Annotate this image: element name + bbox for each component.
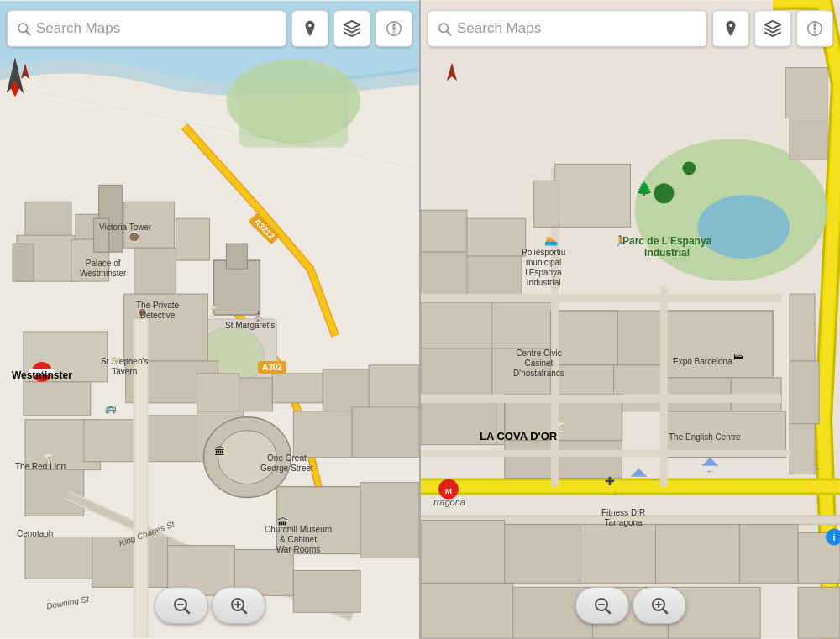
tree-icon: 🌲 [636, 181, 653, 196]
location-btn-right[interactable] [712, 10, 749, 47]
svg-rect-100 [655, 525, 739, 584]
svg-rect-79 [467, 218, 526, 256]
svg-point-48 [129, 232, 139, 242]
svg-line-60 [242, 609, 246, 613]
svg-rect-14 [176, 218, 210, 260]
svg-rect-36 [360, 483, 419, 558]
svg-rect-21 [197, 374, 239, 411]
bus-icon: 🚌 [105, 403, 117, 414]
svg-rect-41 [293, 570, 360, 612]
svg-rect-112 [534, 181, 559, 227]
svg-rect-97 [421, 521, 505, 584]
bar-icon-la-cova: 🍸 [555, 422, 568, 433]
svg-rect-11 [94, 218, 109, 252]
svg-rect-91 [664, 311, 773, 378]
svg-rect-81 [421, 302, 496, 348]
svg-rect-74 [790, 424, 815, 474]
bar-icon-detective: 🍸 [207, 306, 218, 317]
svg-rect-99 [580, 525, 656, 584]
left-search-input-wrap[interactable]: Search Maps [7, 10, 286, 47]
zoom-out-icon [172, 596, 191, 615]
svg-rect-111 [555, 164, 631, 227]
search-icon-right [437, 21, 452, 36]
svg-rect-24 [323, 369, 369, 411]
right-search-bar: Search Maps [428, 7, 833, 50]
building-icon: 🏛 [214, 445, 225, 458]
svg-rect-23 [272, 374, 323, 403]
svg-marker-55 [21, 64, 29, 79]
zoom-in-btn-right[interactable] [633, 587, 686, 624]
svg-text:✚: ✚ [605, 474, 615, 488]
svg-rect-27 [25, 470, 84, 516]
road-badge-a302: A302 [258, 361, 286, 374]
location-btn-left[interactable] [291, 10, 328, 47]
svg-rect-88 [618, 311, 664, 365]
svg-text:LU: LU [38, 370, 45, 376]
svg-rect-87 [551, 311, 618, 365]
svg-rect-33 [293, 411, 352, 458]
svg-rect-37 [25, 537, 92, 579]
svg-rect-82 [421, 348, 492, 399]
svg-rect-76 [798, 587, 840, 638]
svg-marker-127 [447, 63, 457, 81]
layers-icon-right [764, 19, 782, 38]
svg-text:←: ← [706, 465, 716, 477]
svg-text:↓: ↓ [614, 488, 618, 497]
svg-text:←: ← [815, 463, 825, 474]
layers-btn-right[interactable] [754, 10, 791, 47]
zoom-in-icon [229, 596, 248, 615]
compass-btn-left[interactable] [375, 10, 412, 47]
svg-rect-16 [226, 244, 247, 269]
right-map-panel: M ✚ ← ← ← ↓ i Search Maps [420, 0, 840, 639]
svg-text:←: ← [651, 474, 661, 485]
park-person-icon: 🏃 [614, 235, 627, 247]
location-icon [301, 19, 319, 38]
left-zoom-controls [155, 587, 265, 624]
svg-point-68 [682, 161, 696, 175]
svg-rect-83 [492, 302, 555, 348]
layers-btn-left[interactable] [333, 10, 370, 47]
museum-icon: 🏛 [277, 516, 288, 529]
compass-arrow-left [13, 60, 37, 87]
sports-icon: 🏊 [544, 233, 558, 246]
right-map-canvas: M ✚ ← ← ← ↓ i [421, 0, 840, 639]
svg-point-67 [654, 183, 674, 203]
zoom-out-icon-right [593, 596, 612, 615]
right-search-input-wrap[interactable]: Search Maps [428, 10, 707, 47]
layers-icon [343, 19, 361, 38]
svg-rect-34 [352, 407, 419, 458]
compass-btn-right[interactable] [796, 10, 833, 47]
search-placeholder: Search Maps [36, 20, 120, 37]
svg-line-129 [447, 31, 451, 35]
svg-rect-28 [84, 420, 134, 462]
svg-point-53 [392, 27, 396, 30]
svg-rect-101 [739, 525, 798, 584]
location-icon-right [722, 19, 740, 38]
bar-icon-st-stephens: 🍸 [109, 357, 122, 369]
svg-rect-5 [25, 202, 71, 235]
left-map-panel: LU Search Maps [0, 0, 420, 639]
left-search-bar: Search Maps [7, 7, 412, 50]
svg-rect-35 [276, 487, 360, 554]
svg-rect-70 [785, 68, 827, 118]
svg-text:i: i [832, 532, 835, 542]
svg-rect-102 [421, 583, 513, 638]
svg-rect-22 [239, 378, 272, 411]
svg-line-133 [606, 609, 610, 613]
svg-point-66 [697, 195, 790, 259]
right-zoom-controls [575, 587, 686, 624]
svg-rect-72 [790, 294, 815, 361]
compass-icon-right [806, 19, 824, 38]
search-icon [16, 21, 31, 36]
svg-rect-85 [421, 399, 496, 445]
compass-arrow-right [439, 60, 465, 89]
svg-line-136 [663, 609, 667, 613]
svg-point-131 [813, 27, 816, 30]
svg-rect-71 [790, 118, 827, 160]
zoom-out-btn-left[interactable] [155, 587, 208, 624]
church-icon: ⛪ [252, 311, 265, 322]
zoom-out-btn-right[interactable] [575, 587, 629, 624]
zoom-in-btn-left[interactable] [212, 587, 265, 624]
svg-point-49 [139, 308, 147, 317]
svg-rect-77 [421, 210, 467, 252]
